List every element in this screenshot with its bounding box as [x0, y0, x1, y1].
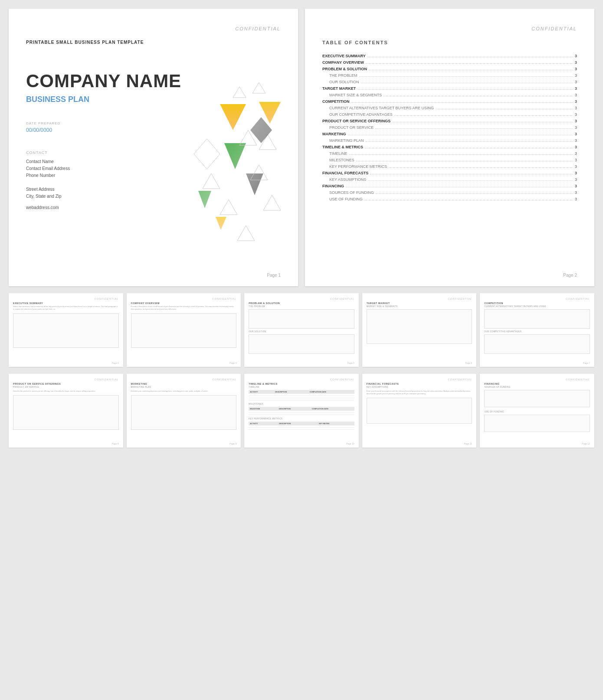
- thumbnail-card: CONFIDENTIALPRODUCT OR SERVICE OFFERINGS…: [9, 374, 123, 448]
- toc-dots: [359, 76, 573, 77]
- thumb-content-box: [13, 313, 119, 348]
- thumb-confidential: CONFIDENTIAL: [249, 298, 354, 300]
- toc-text: PRODUCT OR SERVICE: [329, 125, 374, 130]
- toc-entry: FINANCING3: [322, 184, 577, 188]
- toc-entry: CURRENT ALTERNATIVES TARGET BUYERS ARE U…: [322, 106, 577, 110]
- thumb-content-box: [367, 309, 472, 344]
- thumb-solution-box: [249, 334, 354, 354]
- thumb-page-num: Page 8: [112, 442, 119, 445]
- svg-marker-9: [203, 173, 220, 189]
- milestones-label: MILESTONES: [249, 403, 354, 405]
- toc-page: 3: [575, 119, 577, 123]
- timeline-table: ACTIVITYDESCRIPTIONCOMPLETION DATE: [249, 390, 354, 400]
- svg-marker-1: [252, 82, 265, 93]
- toc-page: 3: [575, 54, 577, 58]
- th-milestone: MILESTONE: [249, 407, 278, 411]
- thumb-text-block: Describe your marketing objectives and s…: [131, 390, 237, 393]
- thumb-sub-title: MARKET SIZE & SEGMENTS: [367, 305, 472, 307]
- toc-text: COMPANY OVERVIEW: [322, 60, 364, 65]
- toc-dots: [366, 141, 573, 142]
- toc-entry: MILESTONES3: [322, 158, 577, 162]
- thumb-confidential: CONFIDENTIAL: [131, 298, 237, 300]
- thumb-confidential: CONFIDENTIAL: [13, 378, 119, 381]
- toc-entry: TIMELINE3: [322, 151, 577, 156]
- thumb-section-title: FINANCING: [484, 383, 590, 385]
- th-date: COMPLETION DATE: [308, 390, 354, 394]
- thumbnail-card: CONFIDENTIALCOMPANY OVERVIEWProvide a de…: [127, 293, 241, 367]
- toc-entry: MARKET SIZE & SEGMENTS3: [322, 93, 577, 97]
- thumbnail-card: CONFIDENTIALTIMELINE & METRICSTIMELINE A…: [244, 374, 359, 448]
- toc-entry: KEY ASSUMPTIONS3: [322, 177, 577, 182]
- toc-text: COMPETITION: [322, 99, 350, 104]
- th-kpi-desc: DESCRIPTION: [278, 422, 318, 425]
- toc-text: EXECUTIVE SUMMARY: [322, 54, 366, 58]
- svg-marker-14: [263, 195, 281, 210]
- kpi-label: KEY PERFORMANCE METRICS: [249, 418, 354, 420]
- svg-marker-13: [220, 200, 237, 215]
- thumb-section-title: FINANCIAL FORECASTS: [367, 383, 472, 385]
- svg-marker-4: [194, 139, 220, 169]
- toc-text: TIMELINE & METRICS: [322, 145, 363, 149]
- thumb-section-title: MARKETING: [131, 383, 237, 385]
- page-2-card: CONFIDENTIAL TABLE OF CONTENTS EXECUTIVE…: [305, 9, 594, 286]
- toc-entry: TIMELINE & METRICS3: [322, 145, 577, 149]
- thumbnail-card: CONFIDENTIALFINANCIAL FORECASTSKEY ASSUM…: [362, 374, 477, 448]
- toc-entry: THE PROBLEM3: [322, 73, 577, 78]
- toc-page: 3: [575, 132, 577, 136]
- toc-entry: OUR SOLUTION3: [322, 80, 577, 84]
- toc-dots: [376, 193, 573, 194]
- toc-dots: [357, 89, 573, 90]
- shapes-decoration: [172, 78, 285, 265]
- toc-dots: [356, 161, 573, 161]
- thumb-section-title: EXECUTIVE SUMMARY: [13, 302, 119, 304]
- toc-page: 3: [575, 93, 577, 97]
- toc-text: THE PROBLEM: [329, 73, 357, 78]
- thumb-confidential: CONFIDENTIAL: [484, 378, 590, 381]
- toc-page: 3: [575, 60, 577, 65]
- toc-dots: [394, 115, 573, 116]
- toc-title: TABLE OF CONTENTS: [322, 40, 577, 45]
- svg-marker-2: [220, 104, 246, 130]
- top-pages: CONFIDENTIAL PRINTABLE SMALL BUSINESS PL…: [9, 9, 594, 286]
- toc-page: 3: [575, 99, 577, 104]
- thumb-content-box: [484, 309, 590, 329]
- thumb-comp-box: [484, 334, 590, 354]
- thumb-text-block: Describe the product or service you are …: [13, 390, 119, 393]
- thumb-sub-title: SOURCES OF FUNDING: [484, 386, 590, 388]
- thumb-page-num: Page 12: [582, 442, 590, 445]
- toc-dots: [436, 109, 573, 109]
- th-desc: DESCRIPTION: [274, 390, 308, 394]
- thumbnail-card: CONFIDENTIALMARKETINGMARKETING PLANDescr…: [127, 374, 241, 448]
- toc-page: 3: [575, 138, 577, 143]
- thumb-section-title: PROBLEM & SOLUTION: [249, 302, 354, 304]
- thumbnail-card: CONFIDENTIALPROBLEM & SOLUTIONTHE PROBLE…: [244, 293, 359, 367]
- toc-page: 3: [575, 86, 577, 91]
- toc-dots: [392, 122, 573, 122]
- thumbnail-card: CONFIDENTIALTARGET MARKETMARKET SIZE & S…: [362, 293, 477, 367]
- toc-text: PROBLEM & SOLUTION: [322, 67, 367, 71]
- thumb-text-block: Write a few sentences that summarizes al…: [13, 305, 119, 311]
- thumb-content-box: [249, 309, 354, 329]
- toc-dots: [349, 154, 573, 155]
- toc-dots: [346, 187, 573, 187]
- thumb-page-num: Page 9: [229, 442, 236, 445]
- thumb-content-box: [367, 398, 472, 424]
- svg-marker-10: [198, 191, 211, 208]
- thumb-section-title: COMPANY OVERVIEW: [131, 302, 237, 304]
- toc-text: FINANCING: [322, 184, 344, 188]
- thumb-sub-title: KEY ASSUMPTIONS: [367, 386, 472, 388]
- thumb-confidential: CONFIDENTIAL: [131, 378, 237, 381]
- thumb-content-box: [131, 395, 237, 430]
- toc-dots: [348, 135, 573, 135]
- thumb-sub-title: THE PROBLEM: [249, 305, 354, 307]
- svg-marker-15: [216, 217, 226, 230]
- page-number-2: Page 2: [563, 273, 577, 278]
- toc-text: MILESTONES: [329, 158, 354, 162]
- thumb-use-box: [484, 415, 590, 432]
- toc-entry: EXECUTIVE SUMMARY3: [322, 54, 577, 58]
- thumb-page-num: Page 7: [583, 362, 590, 364]
- toc-page: 3: [575, 197, 577, 201]
- thumb-page-num: Page 4: [229, 362, 236, 364]
- toc-entry: USE OF FUNDING3: [322, 197, 577, 201]
- confidential-label-p1: CONFIDENTIAL: [26, 26, 281, 31]
